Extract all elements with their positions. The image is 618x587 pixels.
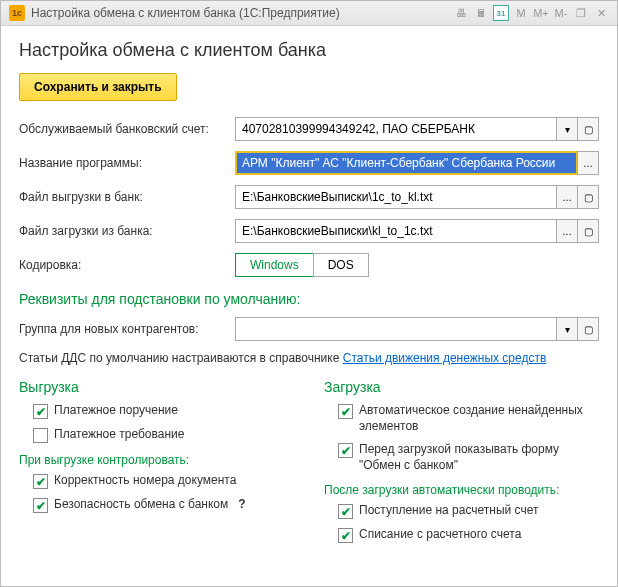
titlebar: 1c Настройка обмена с клиентом банка (1С… bbox=[1, 1, 617, 26]
dds-text: Статьи ДДС по умолчанию настраиваются в … bbox=[19, 351, 339, 365]
open-icon[interactable]: ▢ bbox=[577, 317, 599, 341]
chk-incoming[interactable] bbox=[338, 504, 353, 519]
m-minus-icon[interactable]: M- bbox=[553, 5, 569, 21]
dds-row: Статьи ДДС по умолчанию настраиваются в … bbox=[19, 351, 599, 365]
ellipsis-icon[interactable]: … bbox=[556, 185, 578, 209]
print-icon[interactable]: 🖶 bbox=[453, 5, 469, 21]
restore-icon[interactable]: ❐ bbox=[573, 5, 589, 21]
chk-doc-number-label: Корректность номера документа bbox=[54, 473, 236, 489]
dropdown-icon[interactable]: ▾ bbox=[556, 117, 578, 141]
app-logo: 1c bbox=[9, 5, 25, 21]
window: 1c Настройка обмена с клиентом банка (1С… bbox=[0, 0, 618, 587]
chk-incoming-label: Поступление на расчетный счет bbox=[359, 503, 539, 519]
open-icon[interactable]: ▢ bbox=[577, 185, 599, 209]
encoding-dos-button[interactable]: DOS bbox=[313, 253, 369, 277]
import-column: Загрузка Автоматическое создание ненайде… bbox=[324, 379, 599, 551]
chk-auto-create-label: Автоматическое создание ненайденных элем… bbox=[359, 403, 599, 434]
import-file-label: Файл загрузки из банка: bbox=[19, 224, 229, 238]
group-input[interactable] bbox=[235, 317, 557, 341]
account-label: Обслуживаемый банковский счет: bbox=[19, 122, 229, 136]
close-icon[interactable]: ✕ bbox=[593, 5, 609, 21]
content: Настройка обмена с клиентом банка Сохран… bbox=[1, 26, 617, 586]
ellipsis-icon[interactable]: … bbox=[556, 219, 578, 243]
chk-payment-request-label: Платежное требование bbox=[54, 427, 184, 443]
chk-payment-order-label: Платежное поручение bbox=[54, 403, 178, 419]
m-icon[interactable]: M bbox=[513, 5, 529, 21]
open-icon[interactable]: ▢ bbox=[577, 219, 599, 243]
calendar-icon[interactable]: 31 bbox=[493, 5, 509, 21]
export-control-title: При выгрузке контролировать: bbox=[19, 453, 294, 467]
help-icon[interactable]: ? bbox=[238, 497, 245, 513]
encoding-windows-button[interactable]: Windows bbox=[235, 253, 314, 277]
export-file-input[interactable] bbox=[235, 185, 557, 209]
import-file-input[interactable] bbox=[235, 219, 557, 243]
export-column: Выгрузка Платежное поручение Платежное т… bbox=[19, 379, 294, 551]
export-title: Выгрузка bbox=[19, 379, 294, 395]
program-input[interactable]: АРМ "Клиент" АС "Клиент-Сбербанк" Сберба… bbox=[235, 151, 578, 175]
chk-security[interactable] bbox=[33, 498, 48, 513]
chk-show-form[interactable] bbox=[338, 443, 353, 458]
encoding-label: Кодировка: bbox=[19, 258, 229, 272]
program-label: Название программы: bbox=[19, 156, 229, 170]
chk-outgoing[interactable] bbox=[338, 528, 353, 543]
chk-doc-number[interactable] bbox=[33, 474, 48, 489]
chk-outgoing-label: Списание с расчетного счета bbox=[359, 527, 521, 543]
account-input[interactable] bbox=[235, 117, 557, 141]
chk-show-form-label: Перед загрузкой показывать форму "Обмен … bbox=[359, 442, 599, 473]
titlebar-icons: 🖶 🖩 31 M M+ M- ❐ ✕ bbox=[453, 5, 609, 21]
defaults-section-title: Реквизиты для подстановки по умолчанию: bbox=[19, 291, 599, 307]
window-title: Настройка обмена с клиентом банка (1С:Пр… bbox=[31, 6, 447, 20]
dds-link[interactable]: Статьи движения денежных средств bbox=[343, 351, 547, 365]
encoding-toggle: Windows DOS bbox=[235, 253, 369, 277]
chk-auto-create[interactable] bbox=[338, 404, 353, 419]
save-and-close-button[interactable]: Сохранить и закрыть bbox=[19, 73, 177, 101]
page-title: Настройка обмена с клиентом банка bbox=[19, 40, 599, 61]
chk-security-label: Безопасность обмена с банком bbox=[54, 497, 228, 513]
open-icon[interactable]: ▢ bbox=[577, 117, 599, 141]
group-label: Группа для новых контрагентов: bbox=[19, 322, 229, 336]
import-title: Загрузка bbox=[324, 379, 599, 395]
import-auto-title: После загрузки автоматически проводить: bbox=[324, 483, 599, 497]
calc-icon[interactable]: 🖩 bbox=[473, 5, 489, 21]
chk-payment-request[interactable] bbox=[33, 428, 48, 443]
dropdown-icon[interactable]: ▾ bbox=[556, 317, 578, 341]
chk-payment-order[interactable] bbox=[33, 404, 48, 419]
ellipsis-icon[interactable]: … bbox=[577, 151, 599, 175]
export-file-label: Файл выгрузки в банк: bbox=[19, 190, 229, 204]
m-plus-icon[interactable]: M+ bbox=[533, 5, 549, 21]
